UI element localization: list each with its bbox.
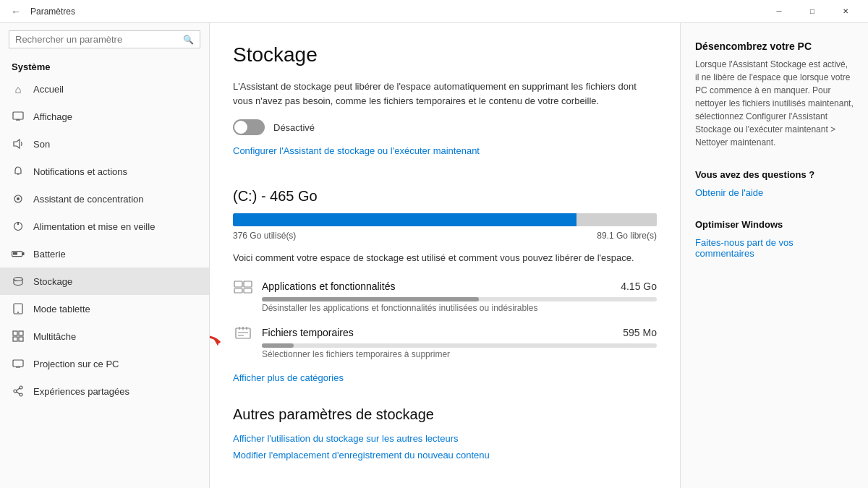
other-link-2[interactable]: Modifier l'emplacement d'enregistrement … (233, 450, 657, 461)
temp-bar-fill (262, 343, 294, 348)
sidebar-item-label: Affichage (33, 111, 72, 122)
window-controls: ─ □ ✕ (762, 0, 862, 23)
other-storage-title: Autres paramètres de stockage (233, 406, 657, 423)
sidebar-item-label: Mode tablette (33, 304, 90, 314)
close-button[interactable]: ✕ (829, 0, 862, 23)
apps-item-desc: Désinstaller les applications et fonctio… (262, 303, 657, 313)
right-panel-questions-title: Vous avez des questions ? (695, 169, 854, 180)
sidebar-item-assistant[interactable]: Assistant de concentration (0, 185, 209, 213)
storage-assistant-toggle[interactable] (233, 119, 265, 135)
temp-bar-bg (262, 343, 657, 348)
apps-bar-fill (262, 297, 479, 301)
temp-item-size: 595 Mo (623, 327, 657, 338)
display-icon (12, 110, 25, 123)
toggle-row: Désactivé (233, 119, 657, 135)
notifications-icon (12, 165, 25, 178)
sidebar-item-label: Expériences partagées (33, 386, 129, 397)
storage-free-label: 89.1 Go libre(s) (597, 231, 657, 241)
titlebar: ← Paramètres ─ □ ✕ (0, 0, 868, 23)
app-body: 🔍 Système ⌂ Accueil Affichage Son Notifi… (0, 23, 868, 488)
svg-rect-10 (22, 252, 25, 255)
page-title: Stockage (233, 43, 657, 67)
svg-point-6 (17, 197, 20, 200)
maximize-button[interactable]: □ (796, 0, 829, 23)
apps-item-size: 4.15 Go (621, 281, 657, 292)
right-panel-help-link[interactable]: Obtenir de l'aide (695, 187, 763, 198)
search-container[interactable]: 🔍 (9, 30, 200, 48)
search-input[interactable] (15, 34, 179, 45)
sidebar-item-label: Son (33, 139, 50, 150)
sidebar-item-label: Assistant de concentration (33, 194, 143, 205)
sidebar-item-projection[interactable]: Projection sur ce PC (0, 350, 209, 377)
storage-item-apps: Applications et fonctionnalités 4.15 Go … (233, 278, 657, 313)
main-content: Stockage L'Assistant de stockage peut li… (210, 23, 680, 488)
storage-icon (12, 275, 25, 288)
temp-icon (233, 325, 253, 341)
sidebar-item-batterie[interactable]: Batterie (0, 240, 209, 267)
sound-icon (12, 137, 25, 150)
storage-item-temp-left: Fichiers temporaires (233, 325, 354, 341)
minimize-button[interactable]: ─ (762, 0, 796, 23)
svg-rect-0 (13, 112, 23, 119)
other-storage-section: Autres paramètres de stockage Afficher l… (233, 406, 657, 461)
storage-item-apps-header: Applications et fonctionnalités 4.15 Go (233, 278, 657, 294)
storage-item-temp-header: Fichiers temporaires 595 Mo (233, 325, 657, 341)
tablet-icon (12, 302, 25, 315)
back-button[interactable]: ← (6, 1, 26, 22)
power-icon (12, 220, 25, 233)
svg-line-24 (17, 388, 20, 390)
apps-item-name[interactable]: Applications et fonctionnalités (262, 281, 395, 292)
home-icon: ⌂ (12, 82, 25, 95)
svg-point-23 (20, 393, 22, 396)
sidebar-item-affichage[interactable]: Affichage (0, 103, 209, 130)
sidebar-item-multitache[interactable]: Multitâche (0, 322, 209, 350)
svg-rect-27 (244, 281, 252, 287)
sidebar-item-son[interactable]: Son (0, 130, 209, 158)
svg-line-25 (17, 392, 20, 394)
svg-rect-18 (19, 337, 23, 341)
svg-rect-15 (13, 331, 17, 335)
svg-marker-3 (14, 140, 20, 148)
sidebar-item-notifications[interactable]: Notifications et actions (0, 158, 209, 185)
sidebar-item-label: Accueil (33, 84, 64, 95)
sidebar-item-stockage[interactable]: Stockage (0, 267, 209, 295)
apps-bar-bg (262, 297, 657, 301)
sidebar-item-tablette[interactable]: Mode tablette (0, 295, 209, 322)
right-panel-declutter: Désencombrez votre PC Lorsque l'Assistan… (695, 40, 854, 149)
other-link-1[interactable]: Afficher l'utilisation du stockage sur l… (233, 433, 657, 444)
battery-icon (12, 247, 25, 260)
svg-rect-19 (13, 360, 23, 367)
sidebar-item-label: Stockage (33, 276, 72, 287)
toggle-knob (234, 121, 247, 134)
svg-rect-28 (234, 288, 242, 293)
right-panel-optimize-title: Optimiser Windows (695, 219, 854, 230)
svg-rect-31 (236, 328, 250, 338)
search-icon: 🔍 (183, 35, 194, 45)
storage-bar (233, 213, 657, 226)
sidebar-item-label: Batterie (33, 249, 66, 260)
right-panel: Désencombrez votre PC Lorsque l'Assistan… (680, 23, 868, 488)
configure-link[interactable]: Configurer l'Assistant de stockage ou l'… (233, 145, 480, 156)
red-arrow-annotation (210, 328, 233, 356)
svg-point-14 (17, 312, 19, 313)
right-panel-declutter-title: Désencombrez votre PC (695, 40, 854, 52)
share-icon (12, 385, 25, 398)
right-panel-optimize: Optimiser Windows Faites-nous part de vo… (695, 219, 854, 260)
right-panel-feedback-link[interactable]: Faites-nous part de vos commentaires (695, 237, 854, 259)
svg-rect-26 (234, 281, 242, 287)
sidebar-item-experiences[interactable]: Expériences partagées (0, 377, 209, 405)
storage-item-apps-left: Applications et fonctionnalités (233, 278, 395, 294)
drive-section: (C:) - 465 Go 376 Go utilisé(s) 89.1 Go … (233, 188, 657, 265)
sidebar-item-alimentation[interactable]: Alimentation et mise en veille (0, 213, 209, 240)
show-more-link[interactable]: Afficher plus de catégories (233, 372, 344, 383)
sidebar-item-label: Notifications et actions (33, 166, 127, 177)
apps-icon (233, 278, 253, 294)
sidebar-item-accueil[interactable]: ⌂ Accueil (0, 75, 209, 103)
sidebar-item-label: Multitâche (33, 331, 76, 342)
multitask-icon (12, 330, 25, 343)
svg-rect-17 (13, 337, 17, 341)
temp-item-name[interactable]: Fichiers temporaires (262, 327, 354, 338)
app-title: Paramètres (30, 7, 75, 17)
sidebar: 🔍 Système ⌂ Accueil Affichage Son Notifi… (0, 23, 210, 488)
storage-labels: 376 Go utilisé(s) 89.1 Go libre(s) (233, 231, 657, 241)
